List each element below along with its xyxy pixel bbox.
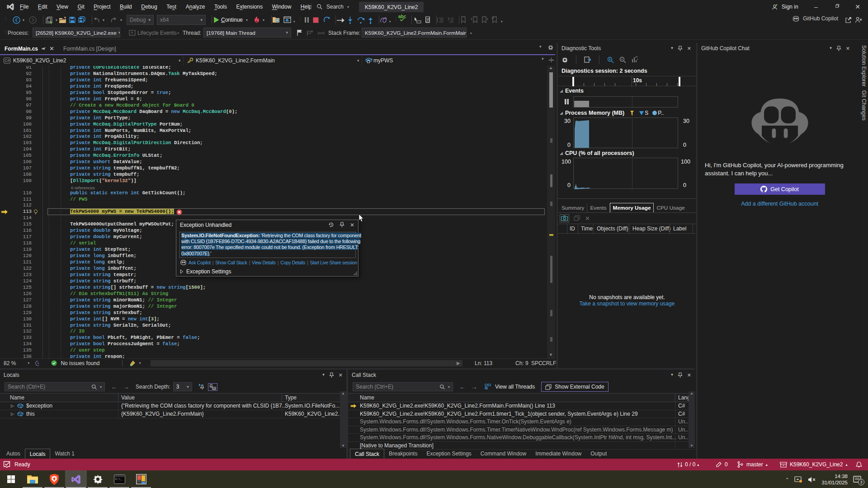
svg-text:C#: C# [5, 58, 9, 63]
svg-text:C:\_: C:\_ [115, 478, 122, 481]
svg-text:ab: ab [213, 387, 216, 389]
